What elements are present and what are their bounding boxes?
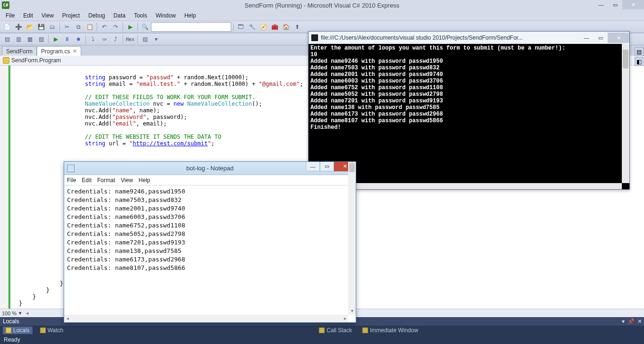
save-all-icon[interactable]: 🗂 [47, 22, 58, 32]
add-item-icon[interactable]: ➕ [13, 22, 24, 32]
code-braces[interactable]: } } } } [19, 280, 63, 307]
scrollbar-thumb[interactable] [623, 50, 628, 68]
menu-tools[interactable]: Tools [130, 11, 151, 20]
console-vscrollbar[interactable] [622, 44, 629, 183]
new-project-icon[interactable]: 📄 [2, 22, 12, 32]
menu-view[interactable]: View [121, 177, 133, 184]
properties-icon[interactable]: 🔧 [247, 22, 257, 32]
scroll-right-icon[interactable]: ▸ [342, 315, 348, 322]
notepad-vscrollbar[interactable]: ▴ ▾ [348, 162, 356, 315]
tool-icon[interactable]: ▥ [13, 34, 24, 44]
console-output[interactable]: Enter the amount of loops you want this … [309, 44, 629, 189]
tab-callstack[interactable]: Call Stack [316, 327, 355, 334]
undo-icon[interactable]: ↶ [99, 22, 109, 32]
tab-sendform[interactable]: SendForm [2, 46, 37, 56]
scroll-left-icon[interactable]: ◂ [26, 310, 29, 316]
toolbar-separator [97, 23, 97, 31]
menu-help[interactable]: Help [139, 177, 151, 184]
vs-titlebar[interactable]: C# SendForm (Running) - Microsoft Visual… [0, 0, 644, 10]
notepad-menubar: File Edit Format View Help [64, 175, 356, 185]
toolbar-separator [123, 35, 123, 43]
tab-watch[interactable]: Watch [37, 327, 67, 334]
callstack-icon [319, 327, 325, 333]
menu-file[interactable]: File [2, 11, 18, 20]
close-button[interactable]: ✕ [622, 0, 644, 9]
notepad-hscrollbar[interactable]: ◂ ▸ [64, 315, 348, 322]
scrollbar-thumb[interactable] [349, 163, 355, 172]
start-page-icon[interactable]: 🏠 [281, 22, 291, 32]
paste-icon[interactable]: 📋 [84, 22, 95, 32]
step-into-icon[interactable]: ⤵ [88, 34, 98, 44]
tool-dropdown-icon[interactable]: ▾ [151, 34, 161, 44]
menu-data[interactable]: Data [110, 11, 129, 20]
menu-edit[interactable]: Edit [82, 177, 92, 184]
menu-view[interactable]: View [38, 11, 58, 20]
cut-icon[interactable]: ✂ [62, 22, 72, 32]
save-icon[interactable]: 💾 [36, 22, 46, 32]
find-input[interactable] [151, 22, 231, 32]
vs-app-icon: C# [2, 1, 9, 9]
watch-icon [40, 327, 46, 333]
close-icon[interactable]: ✕ [73, 48, 77, 54]
side-tab-icon[interactable]: ◧ [635, 57, 644, 66]
tab-immediate[interactable]: Immediate Window [360, 327, 421, 334]
menu-file[interactable]: File [67, 177, 76, 184]
chevron-down-icon[interactable]: ▾ [17, 310, 23, 316]
side-tab-icon[interactable]: ▤ [635, 47, 644, 56]
extension-manager-icon[interactable]: ⬆ [292, 22, 302, 32]
scroll-left-icon[interactable]: ◂ [64, 315, 71, 322]
toolbar-separator [233, 23, 234, 31]
solution-explorer-icon[interactable]: 🗔 [235, 22, 246, 32]
pin-icon[interactable]: 📌 [627, 318, 635, 325]
toolbox-icon[interactable]: 🧰 [269, 22, 280, 32]
start-debug-icon[interactable]: ▶ [125, 22, 135, 32]
tool-icon[interactable]: ▤ [140, 34, 150, 44]
stop-icon[interactable]: ■ [73, 34, 84, 44]
menu-debug[interactable]: Debug [84, 11, 109, 20]
menu-project[interactable]: Project [59, 11, 84, 20]
copy-icon[interactable]: ⧉ [73, 22, 84, 32]
vs-menubar: File Edit View Project Debug Data Tools … [0, 10, 644, 21]
console-titlebar[interactable]: file:///C:/Users/Alex/documents/visual s… [309, 32, 629, 44]
statusbar: Ready [0, 335, 644, 344]
menu-window[interactable]: Window [152, 11, 180, 20]
close-button[interactable]: ✕ [608, 33, 629, 43]
zoom-value[interactable]: 100 % [2, 310, 17, 316]
step-out-icon[interactable]: ⤴ [110, 34, 121, 44]
hex-label[interactable]: Hex [125, 37, 135, 42]
menu-edit[interactable]: Edit [19, 11, 37, 20]
dropdown-icon[interactable]: ▾ [622, 318, 625, 325]
toolbar-separator [59, 23, 60, 31]
editor-gutter[interactable] [0, 66, 8, 309]
break-icon[interactable]: ⏸ [62, 34, 72, 44]
menu-format[interactable]: Format [97, 177, 115, 184]
open-icon[interactable]: 📂 [25, 22, 35, 32]
find-icon[interactable]: 🔍 [140, 22, 150, 32]
redo-icon[interactable]: ↷ [110, 22, 121, 32]
maximize-button[interactable]: ▭ [594, 33, 608, 43]
tab-program-cs[interactable]: Program.cs ✕ [37, 46, 81, 56]
minimize-button[interactable]: — [579, 33, 594, 43]
tool-icon[interactable]: ▤ [2, 34, 12, 44]
code-text[interactable]: string password = "passwd" + random.Next… [14, 67, 303, 153]
toolbar-separator [137, 35, 138, 43]
maximize-button[interactable]: ▭ [608, 0, 622, 9]
menu-help[interactable]: Help [181, 11, 200, 20]
maximize-button[interactable]: ▭ [320, 162, 334, 171]
scroll-down-icon[interactable]: ▾ [348, 308, 356, 315]
continue-icon[interactable]: ▶ [50, 34, 61, 44]
minimize-button[interactable]: — [306, 162, 320, 171]
notepad-titlebar[interactable]: bot-log - Notepad — ▭ ✕ [64, 162, 356, 175]
minimize-button[interactable]: — [594, 0, 608, 9]
tool-icon[interactable]: ▧ [36, 34, 46, 44]
console-app-icon [311, 34, 318, 41]
console-window[interactable]: file:///C:/Users/Alex/documents/visual s… [308, 31, 630, 190]
notepad-text-area[interactable]: Credentials: name9246,passwd1950 Credent… [64, 185, 356, 322]
tab-locals[interactable]: Locals [3, 327, 33, 334]
step-over-icon[interactable]: ⤼ [99, 34, 109, 44]
object-browser-icon[interactable]: 🧭 [258, 22, 268, 32]
close-icon[interactable]: ✕ [637, 318, 642, 325]
tool-icon[interactable]: ▦ [25, 34, 35, 44]
side-tabs: ▤ ◧ [634, 45, 644, 66]
notepad-window[interactable]: bot-log - Notepad — ▭ ✕ File Edit Format… [64, 161, 356, 323]
